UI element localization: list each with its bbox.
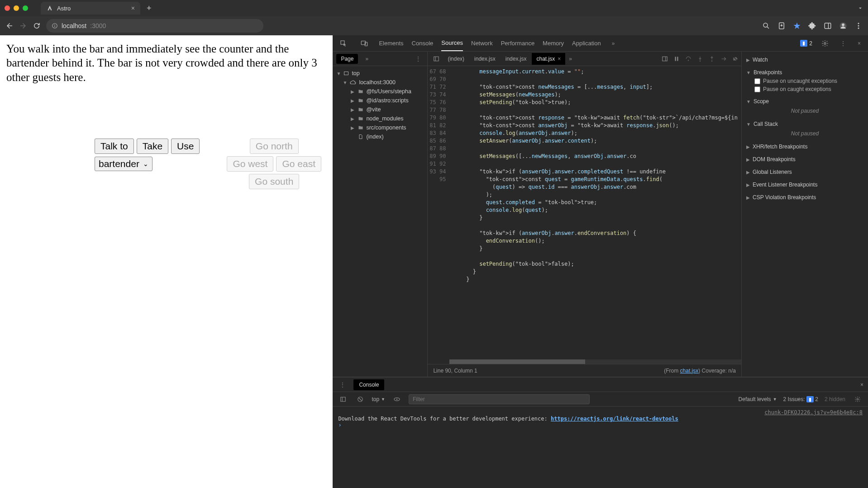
- toggle-nav-icon[interactable]: [430, 56, 442, 62]
- more-nav-tabs-icon[interactable]: »: [362, 56, 371, 62]
- tree-folder[interactable]: ▶node_modules: [334, 114, 425, 123]
- toggle-debug-pane-icon[interactable]: [662, 56, 668, 62]
- deactivate-bp-icon[interactable]: [732, 56, 739, 62]
- console-context[interactable]: top ▼: [372, 396, 385, 402]
- close-drawer-icon[interactable]: ×: [860, 382, 863, 388]
- global-listeners-section[interactable]: ▶Global Listeners: [746, 167, 863, 177]
- callstack-section[interactable]: ▼Call Stack: [746, 120, 863, 129]
- live-expr-icon[interactable]: [391, 396, 403, 403]
- issue-badge-icon: ▮: [800, 40, 807, 47]
- back-button[interactable]: [5, 22, 14, 30]
- step-into-icon[interactable]: [697, 56, 703, 62]
- console-sidebar-icon[interactable]: [337, 396, 349, 402]
- network-tab[interactable]: Network: [471, 36, 493, 51]
- console-drawer-tab[interactable]: Console: [353, 379, 384, 390]
- console-settings-icon[interactable]: [852, 396, 863, 402]
- search-icon[interactable]: [762, 22, 770, 30]
- step-over-icon[interactable]: [685, 56, 692, 62]
- tree-folder[interactable]: ▶@id/astro:scripts: [334, 96, 425, 105]
- go-north-button[interactable]: Go north: [250, 139, 299, 154]
- dom-bp-section[interactable]: ▶DOM Breakpoints: [746, 155, 863, 164]
- tabs-dropdown-icon[interactable]: [857, 5, 863, 11]
- tree-host[interactable]: ▼localhost:3000: [334, 78, 425, 87]
- console-source-link[interactable]: chunk-DFKOJ226.js?v=9e6b4e8c:8: [764, 409, 863, 416]
- install-icon[interactable]: [777, 22, 786, 30]
- editor-tab-indexjsx2[interactable]: index.jsx: [501, 53, 531, 65]
- extensions-icon[interactable]: [808, 22, 816, 30]
- reload-button[interactable]: [33, 22, 41, 30]
- performance-tab[interactable]: Performance: [501, 36, 534, 51]
- xhr-bp-section[interactable]: ▶XHR/fetch Breakpoints: [746, 142, 863, 151]
- site-info-icon[interactable]: [52, 23, 58, 29]
- console-prompt[interactable]: ›: [338, 422, 863, 428]
- device-toolbar-icon[interactable]: [358, 40, 371, 47]
- tree-folder[interactable]: ▶@fs/Users/stepha: [334, 87, 425, 96]
- tree-folder[interactable]: ▶src/components: [334, 123, 425, 132]
- settings-icon[interactable]: [819, 40, 831, 47]
- code-editor[interactable]: 67 68 69 70 71 72 73 74 75 76 77 78 79 8…: [428, 66, 741, 364]
- sidepanel-icon[interactable]: [824, 22, 832, 30]
- take-button[interactable]: Take: [137, 139, 168, 154]
- close-editor-tab-icon[interactable]: ×: [558, 56, 561, 62]
- pause-uncaught-checkbox[interactable]: Pause on uncaught exceptions: [746, 77, 863, 85]
- editor-tab-indexjsx[interactable]: index.jsx: [470, 53, 500, 65]
- use-button[interactable]: Use: [171, 139, 200, 154]
- console-tab[interactable]: Console: [412, 36, 434, 51]
- forward-button[interactable]: [19, 22, 27, 30]
- tree-top[interactable]: ▼top: [334, 69, 425, 78]
- elements-tab[interactable]: Elements: [379, 36, 403, 51]
- new-tab-button[interactable]: +: [144, 4, 154, 13]
- devtools-menu-icon[interactable]: ⋮: [838, 40, 849, 47]
- react-devtools-link[interactable]: https://reactjs.org/link/react-devtools: [551, 416, 678, 422]
- maximize-window-button[interactable]: [23, 5, 28, 11]
- breakpoints-section[interactable]: ▼Breakpoints: [746, 68, 863, 77]
- cloud-icon: [350, 79, 356, 86]
- target-dropdown[interactable]: bartender ⌄: [95, 157, 153, 171]
- more-editor-tabs-icon[interactable]: »: [566, 56, 575, 62]
- console-drawer-menu-icon[interactable]: ⋮: [337, 382, 348, 388]
- log-levels-dropdown[interactable]: Default levels ▼: [739, 396, 777, 402]
- menu-icon[interactable]: [854, 22, 863, 30]
- devtools-tab-bar: Elements Console Sources Network Perform…: [333, 35, 868, 52]
- url-field[interactable]: localhost:3000: [46, 19, 263, 33]
- horizontal-scrollbar[interactable]: [449, 359, 741, 364]
- minimize-window-button[interactable]: [14, 5, 19, 11]
- memory-tab[interactable]: Memory: [543, 36, 564, 51]
- step-out-icon[interactable]: [709, 56, 715, 62]
- clear-console-icon[interactable]: [354, 396, 366, 402]
- bookmark-icon[interactable]: [793, 22, 801, 30]
- nav-menu-icon[interactable]: ⋮: [413, 56, 424, 62]
- editor-tab-chatjsx[interactable]: chat.jsx×: [532, 53, 565, 65]
- close-tab-icon[interactable]: ×: [131, 5, 135, 12]
- hidden-count[interactable]: 2 hidden: [825, 396, 845, 402]
- close-devtools-icon[interactable]: ×: [855, 40, 863, 47]
- go-west-button[interactable]: Go west: [227, 156, 273, 172]
- folder-icon: [358, 98, 363, 103]
- go-south-button[interactable]: Go south: [249, 174, 299, 189]
- issues-link[interactable]: 2 Issues: ▮ 2: [783, 396, 818, 402]
- application-tab[interactable]: Application: [572, 36, 601, 51]
- talk-button[interactable]: Talk to: [95, 139, 134, 154]
- step-icon[interactable]: [720, 56, 727, 62]
- browser-tab[interactable]: Astro ×: [41, 2, 140, 14]
- source-file-link[interactable]: chat.jsx: [680, 368, 699, 374]
- inspect-element-icon[interactable]: [337, 40, 350, 47]
- more-tabs-icon[interactable]: »: [609, 40, 618, 47]
- sources-tab[interactable]: Sources: [441, 35, 463, 51]
- issues-indicator[interactable]: ▮ 2: [800, 40, 812, 47]
- editor-tab-index[interactable]: (index): [443, 53, 469, 65]
- watch-section[interactable]: ▶Watch: [746, 55, 863, 64]
- tree-folder[interactable]: ▶@vite: [334, 105, 425, 114]
- csp-bp-section[interactable]: ▶CSP Violation Breakpoints: [746, 193, 863, 202]
- close-window-button[interactable]: [5, 5, 10, 11]
- pause-icon[interactable]: [673, 56, 680, 62]
- scope-section[interactable]: ▼Scope: [746, 97, 863, 106]
- event-bp-section[interactable]: ▶Event Listener Breakpoints: [746, 180, 863, 189]
- profile-icon[interactable]: [839, 22, 847, 30]
- tree-file[interactable]: (index): [334, 132, 425, 141]
- console-filter-input[interactable]: [409, 394, 590, 404]
- console-output[interactable]: chunk-DFKOJ226.js?v=9e6b4e8c:8 Download …: [333, 407, 868, 488]
- pause-caught-checkbox[interactable]: Pause on caught exceptions: [746, 85, 863, 93]
- go-east-button[interactable]: Go east: [276, 156, 321, 172]
- page-nav-tab[interactable]: Page: [336, 54, 358, 64]
